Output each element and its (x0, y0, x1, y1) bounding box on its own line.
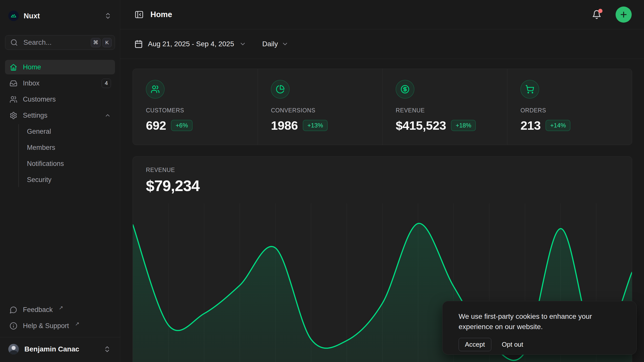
sidebar-item-label: General (27, 128, 111, 135)
sidebar-item-label: Home (23, 63, 111, 71)
page-header: Home (120, 0, 644, 29)
sidebar-item-label: Help & Support (23, 322, 69, 330)
chevron-up-down-icon (103, 345, 111, 353)
user-menu[interactable]: Benjamin Canac (5, 341, 115, 357)
stat-delta-badge: +14% (546, 120, 570, 131)
sidebar-footer: Feedback ↗ Help & Support ↗ Benjamin Can… (5, 302, 115, 362)
calendar-icon (134, 40, 143, 48)
search-icon (10, 39, 18, 46)
sidebar-item-members[interactable]: Members (27, 140, 115, 155)
kbd-k: K (102, 38, 112, 47)
add-button[interactable] (616, 7, 632, 23)
cookie-banner: We use first-party cookies to enhance yo… (442, 301, 637, 355)
settings-subnav: General Members Notifications Security (18, 124, 115, 187)
cookie-message: We use first-party cookies to enhance yo… (459, 311, 620, 332)
avatar (8, 344, 19, 354)
nuxt-logo (8, 11, 19, 21)
sidebar-item-general[interactable]: General (27, 124, 115, 139)
stat-card-conversions[interactable]: CONVERSIONS 1986 +13% (258, 69, 382, 145)
stat-card-customers[interactable]: CUSTOMERS 692 +6% (133, 69, 258, 145)
sidebar-item-settings[interactable]: Settings (5, 108, 115, 123)
external-link-icon: ↗ (75, 321, 79, 327)
chevron-up-down-icon (104, 12, 112, 20)
sidebar-item-label: Security (27, 176, 111, 184)
sidebar-item-label: Members (27, 144, 111, 152)
date-range-picker[interactable]: Aug 21, 2025 - Sep 4, 2025 (134, 40, 246, 48)
sidebar-item-feedback[interactable]: Feedback ↗ (5, 302, 115, 317)
stat-value: 1986 (271, 118, 298, 132)
stat-delta-badge: +6% (171, 120, 192, 131)
chevron-down-icon (281, 40, 289, 48)
stat-label: CONVERSIONS (271, 107, 369, 114)
sidebar-item-notifications[interactable]: Notifications (27, 156, 115, 171)
sidebar-item-home[interactable]: Home (5, 60, 115, 74)
notifications-button[interactable] (592, 10, 601, 19)
stat-label: ORDERS (520, 107, 619, 114)
filters-toolbar: Aug 21, 2025 - Sep 4, 2025 Daily (120, 29, 644, 59)
sidebar-item-customers[interactable]: Customers (5, 92, 115, 107)
users-icon (10, 96, 17, 103)
dollar-circle-icon (396, 80, 414, 99)
kbd-cmd: ⌘ (91, 38, 101, 47)
sidebar-item-label: Notifications (27, 160, 111, 168)
stat-card-revenue[interactable]: REVENUE $415,523 +18% (382, 69, 507, 145)
gear-icon (10, 112, 17, 119)
external-link-icon: ↗ (59, 305, 63, 311)
pie-chart-icon (271, 80, 290, 99)
sidebar: Nuxt Search... ⌘K (0, 0, 120, 362)
granularity-select[interactable]: Daily (262, 40, 289, 48)
chevron-down-icon (239, 40, 246, 48)
opt-out-button[interactable]: Opt out (502, 341, 523, 348)
stats-panel: CUSTOMERS 692 +6% CONVERSIONS 1986 (133, 69, 632, 145)
inbox-count-badge: 4 (102, 79, 111, 88)
users-icon (146, 80, 165, 99)
collapse-sidebar-button[interactable] (134, 10, 144, 19)
search-input[interactable]: Search... ⌘K (5, 35, 115, 50)
date-range-label: Aug 21, 2025 - Sep 4, 2025 (148, 40, 234, 48)
accept-button[interactable]: Accept (459, 338, 491, 351)
granularity-label: Daily (262, 40, 278, 48)
sidebar-item-label: Inbox (23, 79, 96, 87)
sidebar-nav: Home Inbox 4 C (5, 60, 115, 189)
revenue-header: REVENUE $79,234 (133, 157, 632, 195)
revenue-total: $79,234 (146, 177, 619, 195)
plus-icon (619, 10, 628, 19)
stat-card-orders[interactable]: ORDERS 213 +14% (507, 69, 632, 145)
home-icon (10, 63, 17, 71)
chevron-up-icon (104, 112, 111, 119)
team-name: Nuxt (24, 12, 99, 20)
stat-label: REVENUE (396, 107, 494, 114)
team-switcher[interactable]: Nuxt (5, 8, 115, 24)
sidebar-item-help-support[interactable]: Help & Support ↗ (5, 319, 115, 333)
cookie-actions: Accept Opt out (459, 338, 620, 351)
page-title: Home (150, 10, 585, 19)
stat-value: $415,523 (396, 118, 446, 132)
user-name: Benjamin Canac (24, 345, 98, 353)
info-circle-icon (10, 322, 17, 330)
sidebar-item-security[interactable]: Security (27, 172, 115, 187)
search-placeholder: Search... (23, 38, 85, 47)
user-section: Benjamin Canac (0, 337, 120, 362)
stat-delta-badge: +18% (451, 120, 476, 131)
sidebar-item-label: Settings (23, 112, 99, 119)
chat-bubble-icon (10, 306, 17, 314)
stat-value: 213 (520, 118, 541, 132)
revenue-label: REVENUE (146, 167, 619, 173)
sidebar-item-inbox[interactable]: Inbox 4 (5, 76, 115, 90)
panel-left-icon (134, 10, 144, 19)
inbox-icon (10, 79, 17, 87)
shopping-cart-icon (520, 80, 539, 99)
app-root: Nuxt Search... ⌘K (0, 0, 644, 362)
sidebar-item-label: Feedback (23, 306, 53, 314)
stat-label: CUSTOMERS (146, 107, 245, 114)
sidebar-item-label: Customers (23, 96, 111, 103)
unread-notification-dot (598, 9, 602, 13)
stat-delta-badge: +13% (303, 120, 328, 131)
stat-value: 692 (146, 118, 166, 132)
